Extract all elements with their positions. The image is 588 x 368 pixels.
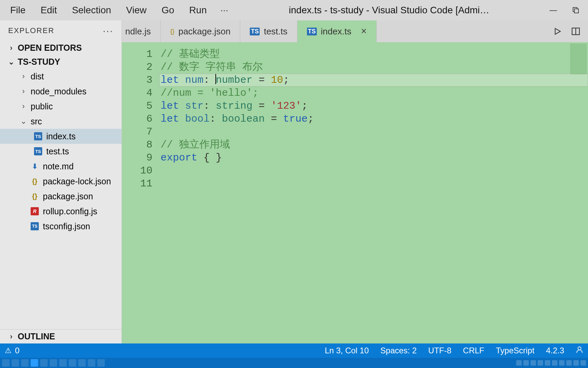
tray-icon[interactable]: [566, 360, 572, 366]
code-line-7[interactable]: [159, 125, 588, 138]
minimap[interactable]: [570, 44, 587, 74]
tree-item-label: tsconfig.json: [43, 221, 90, 231]
file-index.ts[interactable]: TSindex.ts: [0, 129, 121, 144]
code-line-4[interactable]: //num = 'hello';: [159, 87, 588, 99]
code-line-1[interactable]: // 基础类型: [159, 48, 588, 61]
editor-tabs: ndle.js{}package.jsonTStest.tsTSindex.ts…: [122, 20, 588, 42]
tree-item-label: package.json: [43, 191, 93, 201]
chevron-right-icon: ›: [20, 72, 27, 81]
chevron-down-icon: ⌄: [20, 117, 27, 126]
taskbar-icon[interactable]: [88, 359, 95, 367]
title-bar: FileEditSelectionViewGoRun ··· index.ts …: [0, 0, 588, 20]
code-line-10[interactable]: [159, 164, 588, 177]
eol[interactable]: CRLF: [463, 346, 485, 355]
editor-area: ndle.js{}package.jsonTStest.tsTSindex.ts…: [122, 20, 588, 343]
file-package.json[interactable]: {}package.json: [0, 189, 121, 204]
file-test.ts[interactable]: TStest.ts: [0, 144, 121, 159]
status-problems[interactable]: ⚠ 0: [5, 346, 19, 355]
code-content[interactable]: // 基础类型// 数字 字符串 布尔let num: number = 10;…: [159, 42, 588, 343]
run-icon[interactable]: [549, 23, 566, 40]
maximize-button[interactable]: [566, 3, 585, 18]
file-tsconfig.json[interactable]: TStsconfig.json: [0, 219, 121, 234]
tray-icon[interactable]: [523, 360, 529, 366]
menu-file[interactable]: File: [3, 3, 33, 18]
tab-ndle-js[interactable]: ndle.js: [122, 20, 161, 42]
ts-version[interactable]: 4.2.3: [546, 346, 564, 355]
markdown-file-icon: ⬇: [31, 162, 39, 170]
window-title: index.ts - ts-study - Visual Studio Code…: [234, 5, 544, 16]
taskbar-icon[interactable]: [69, 359, 76, 367]
code-line-9[interactable]: export { }: [159, 151, 588, 164]
open-editors-section[interactable]: › OPEN EDITORS: [0, 41, 121, 55]
outline-section[interactable]: › OUTLINE: [0, 329, 121, 343]
tab-index-ts[interactable]: TSindex.ts✕: [297, 20, 377, 42]
menu-go[interactable]: Go: [154, 3, 182, 18]
folder-public[interactable]: ›public: [0, 99, 121, 114]
code-editor[interactable]: 1234567891011 // 基础类型// 数字 字符串 布尔let num…: [122, 42, 588, 343]
file-note.md[interactable]: ⬇note.md: [0, 159, 121, 174]
taskbar-icon[interactable]: [50, 359, 57, 367]
explorer-more-icon[interactable]: ···: [103, 25, 113, 36]
minimize-button[interactable]: —: [544, 3, 563, 18]
taskbar-icon[interactable]: [31, 359, 38, 367]
code-line-2[interactable]: // 数字 字符串 布尔: [159, 61, 588, 74]
feedback-icon[interactable]: [576, 346, 583, 355]
tray-icon[interactable]: [516, 360, 522, 366]
tray-icon[interactable]: [552, 360, 557, 366]
cursor-position[interactable]: Ln 3, Col 10: [325, 346, 369, 355]
code-line-3[interactable]: let num: number = 10;: [159, 74, 588, 87]
taskbar-icon[interactable]: [12, 359, 19, 367]
tree-item-label: note.md: [43, 162, 74, 171]
menu-overflow-icon[interactable]: ···: [214, 3, 234, 18]
code-line-6[interactable]: let bool: boolean = true;: [159, 112, 588, 125]
folder-src[interactable]: ⌄src: [0, 114, 121, 129]
tab-package-json[interactable]: {}package.json: [161, 20, 240, 42]
tray-icon[interactable]: [530, 360, 536, 366]
taskbar-icon[interactable]: [21, 359, 29, 367]
taskbar-icon[interactable]: [78, 359, 86, 367]
taskbar-icon[interactable]: [2, 359, 10, 367]
file-package-lock.json[interactable]: {}package-lock.json: [0, 174, 121, 189]
tree-item-label: package-lock.json: [43, 177, 111, 186]
tray-icon[interactable]: [581, 360, 586, 366]
json-file-icon: {}: [31, 177, 39, 185]
menu-run[interactable]: Run: [182, 3, 214, 18]
close-icon[interactable]: ✕: [361, 27, 367, 36]
tree-item-label: rollup.config.js: [43, 206, 97, 216]
tray-icon[interactable]: [559, 360, 565, 366]
json-file-icon: {}: [31, 192, 39, 200]
tree-item-label: test.ts: [46, 147, 69, 156]
ts-file-icon: TS: [250, 28, 260, 35]
menu-view[interactable]: View: [119, 3, 154, 18]
language-mode[interactable]: TypeScript: [496, 346, 534, 355]
taskbar-icon[interactable]: [59, 359, 67, 367]
file-rollup.config.js[interactable]: Rrollup.config.js: [0, 204, 121, 219]
code-line-5[interactable]: let str: string = '123';: [159, 99, 588, 112]
system-tray: [516, 360, 586, 366]
code-line-8[interactable]: // 独立作用域: [159, 138, 588, 151]
project-root[interactable]: ⌄ TS-STUDY: [0, 55, 121, 69]
tree-item-label: dist: [31, 72, 44, 81]
tree-item-label: index.ts: [46, 132, 76, 141]
indent-setting[interactable]: Spaces: 2: [380, 346, 417, 355]
folder-dist[interactable]: ›dist: [0, 69, 121, 84]
tab-label: package.json: [178, 26, 230, 37]
taskbar-icon[interactable]: [40, 359, 48, 367]
tray-icon[interactable]: [573, 360, 579, 366]
tab-test-ts[interactable]: TStest.ts: [240, 20, 297, 42]
chevron-right-icon: ›: [20, 87, 27, 96]
menu-edit[interactable]: Edit: [33, 3, 64, 18]
chevron-right-icon: ›: [20, 102, 27, 111]
split-editor-icon[interactable]: [568, 23, 584, 40]
chevron-right-icon: ›: [8, 44, 14, 52]
tab-label: index.ts: [321, 26, 352, 37]
tray-icon[interactable]: [538, 360, 543, 366]
taskbar-icon[interactable]: [97, 359, 105, 367]
tray-icon[interactable]: [545, 360, 550, 366]
folder-node_modules[interactable]: ›node_modules: [0, 84, 121, 99]
svg-point-4: [578, 347, 581, 350]
menu-selection[interactable]: Selection: [64, 3, 118, 18]
encoding[interactable]: UTF-8: [428, 346, 452, 355]
code-line-11[interactable]: [159, 177, 588, 190]
os-taskbar: [0, 358, 588, 368]
